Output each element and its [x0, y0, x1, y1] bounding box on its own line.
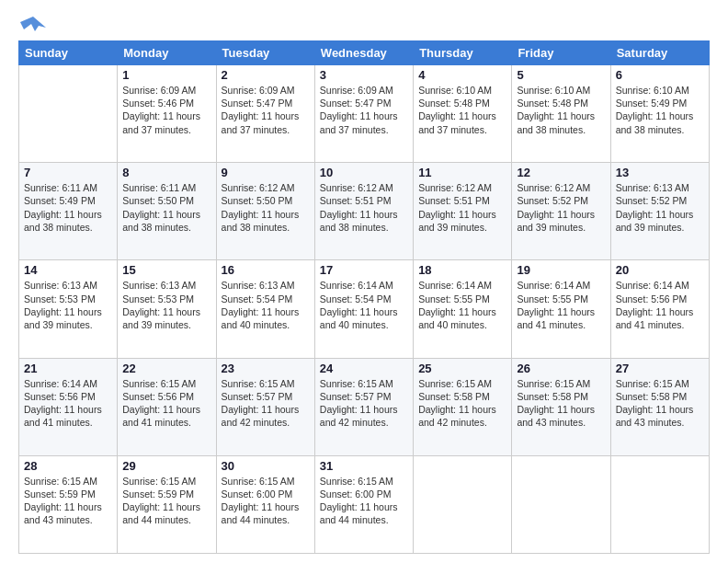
day-number: 25 — [418, 362, 506, 375]
day-number: 12 — [517, 166, 605, 179]
calendar-cell: 17Sunrise: 6:14 AM Sunset: 5:54 PM Dayli… — [314, 260, 413, 358]
calendar-cell: 20Sunrise: 6:14 AM Sunset: 5:56 PM Dayli… — [610, 260, 709, 358]
day-info: Sunrise: 6:15 AM Sunset: 5:58 PM Dayligh… — [418, 377, 506, 430]
calendar-week-1: 1Sunrise: 6:09 AM Sunset: 5:46 PM Daylig… — [19, 65, 710, 163]
calendar-cell: 29Sunrise: 6:15 AM Sunset: 5:59 PM Dayli… — [118, 455, 216, 553]
col-header-thursday: Thursday — [414, 41, 512, 65]
day-info: Sunrise: 6:13 AM Sunset: 5:54 PM Dayligh… — [222, 279, 310, 331]
day-number: 14 — [24, 263, 112, 277]
calendar-cell: 15Sunrise: 6:13 AM Sunset: 5:53 PM Dayli… — [118, 260, 216, 358]
col-header-monday: Monday — [118, 41, 216, 65]
day-info: Sunrise: 6:15 AM Sunset: 5:56 PM Dayligh… — [122, 377, 210, 430]
page: SundayMondayTuesdayWednesdayThursdayFrid… — [0, 0, 728, 563]
calendar-cell: 27Sunrise: 6:15 AM Sunset: 5:58 PM Dayli… — [610, 358, 709, 455]
day-number: 5 — [517, 68, 605, 82]
day-number: 20 — [616, 263, 704, 277]
day-info: Sunrise: 6:10 AM Sunset: 5:49 PM Dayligh… — [616, 84, 704, 136]
col-header-sunday: Sunday — [19, 41, 118, 65]
day-number: 11 — [418, 166, 506, 179]
col-header-tuesday: Tuesday — [216, 41, 314, 65]
calendar-cell: 1Sunrise: 6:09 AM Sunset: 5:46 PM Daylig… — [118, 65, 216, 163]
calendar-cell: 28Sunrise: 6:15 AM Sunset: 5:59 PM Dayli… — [19, 455, 118, 553]
calendar-cell: 12Sunrise: 6:12 AM Sunset: 5:52 PM Dayli… — [512, 163, 610, 260]
calendar-cell: 30Sunrise: 6:15 AM Sunset: 6:00 PM Dayli… — [216, 455, 314, 553]
day-info: Sunrise: 6:12 AM Sunset: 5:51 PM Dayligh… — [320, 181, 408, 234]
day-number: 2 — [222, 68, 310, 82]
calendar-cell: 11Sunrise: 6:12 AM Sunset: 5:51 PM Dayli… — [414, 163, 512, 260]
day-info: Sunrise: 6:15 AM Sunset: 6:00 PM Dayligh… — [222, 475, 310, 527]
calendar-week-4: 21Sunrise: 6:14 AM Sunset: 5:56 PM Dayli… — [19, 358, 710, 455]
day-number: 29 — [122, 459, 210, 473]
calendar-week-3: 14Sunrise: 6:13 AM Sunset: 5:53 PM Dayli… — [19, 260, 710, 358]
day-info: Sunrise: 6:10 AM Sunset: 5:48 PM Dayligh… — [517, 84, 605, 136]
day-number: 9 — [222, 166, 310, 179]
calendar-cell: 23Sunrise: 6:15 AM Sunset: 5:57 PM Dayli… — [216, 358, 314, 455]
day-info: Sunrise: 6:11 AM Sunset: 5:50 PM Dayligh… — [122, 181, 210, 234]
logo — [18, 15, 46, 31]
day-number: 13 — [616, 166, 704, 179]
day-info: Sunrise: 6:14 AM Sunset: 5:56 PM Dayligh… — [616, 279, 704, 331]
day-info: Sunrise: 6:15 AM Sunset: 5:59 PM Dayligh… — [122, 475, 210, 527]
col-header-saturday: Saturday — [610, 41, 709, 65]
day-number: 4 — [418, 68, 506, 82]
day-number: 7 — [24, 166, 112, 179]
day-number: 1 — [122, 68, 210, 82]
day-info: Sunrise: 6:09 AM Sunset: 5:47 PM Dayligh… — [320, 84, 408, 136]
day-number: 27 — [616, 362, 704, 375]
col-header-friday: Friday — [512, 41, 610, 65]
calendar-cell: 5Sunrise: 6:10 AM Sunset: 5:48 PM Daylig… — [512, 65, 610, 163]
day-info: Sunrise: 6:13 AM Sunset: 5:53 PM Dayligh… — [122, 279, 210, 331]
day-info: Sunrise: 6:15 AM Sunset: 6:00 PM Dayligh… — [320, 475, 408, 527]
calendar-cell — [610, 455, 709, 553]
calendar-week-5: 28Sunrise: 6:15 AM Sunset: 5:59 PM Dayli… — [19, 455, 710, 553]
day-info: Sunrise: 6:10 AM Sunset: 5:48 PM Dayligh… — [418, 84, 506, 136]
day-number: 6 — [616, 68, 704, 82]
day-number: 18 — [418, 263, 506, 277]
day-info: Sunrise: 6:09 AM Sunset: 5:47 PM Dayligh… — [222, 84, 310, 136]
calendar-cell: 7Sunrise: 6:11 AM Sunset: 5:49 PM Daylig… — [19, 163, 118, 260]
calendar-cell — [512, 455, 610, 553]
calendar-cell: 14Sunrise: 6:13 AM Sunset: 5:53 PM Dayli… — [19, 260, 118, 358]
logo-bird-icon — [20, 15, 46, 35]
svg-marker-0 — [20, 17, 46, 31]
day-info: Sunrise: 6:13 AM Sunset: 5:53 PM Dayligh… — [24, 279, 112, 331]
calendar-table: SundayMondayTuesdayWednesdayThursdayFrid… — [18, 40, 710, 554]
day-number: 31 — [320, 459, 408, 473]
calendar-cell: 8Sunrise: 6:11 AM Sunset: 5:50 PM Daylig… — [118, 163, 216, 260]
day-info: Sunrise: 6:15 AM Sunset: 5:57 PM Dayligh… — [222, 377, 310, 430]
day-number: 19 — [517, 263, 605, 277]
day-number: 26 — [517, 362, 605, 375]
day-info: Sunrise: 6:15 AM Sunset: 5:57 PM Dayligh… — [320, 377, 408, 430]
calendar-cell: 3Sunrise: 6:09 AM Sunset: 5:47 PM Daylig… — [314, 65, 413, 163]
day-info: Sunrise: 6:14 AM Sunset: 5:56 PM Dayligh… — [24, 377, 112, 430]
day-info: Sunrise: 6:12 AM Sunset: 5:51 PM Dayligh… — [418, 181, 506, 234]
day-number: 23 — [222, 362, 310, 375]
day-number: 3 — [320, 68, 408, 82]
day-number: 10 — [320, 166, 408, 179]
calendar-cell — [414, 455, 512, 553]
calendar-cell: 18Sunrise: 6:14 AM Sunset: 5:55 PM Dayli… — [414, 260, 512, 358]
calendar-cell: 31Sunrise: 6:15 AM Sunset: 6:00 PM Dayli… — [314, 455, 413, 553]
calendar-cell: 2Sunrise: 6:09 AM Sunset: 5:47 PM Daylig… — [216, 65, 314, 163]
day-info: Sunrise: 6:15 AM Sunset: 5:58 PM Dayligh… — [517, 377, 605, 430]
day-info: Sunrise: 6:15 AM Sunset: 5:58 PM Dayligh… — [616, 377, 704, 430]
header — [18, 15, 710, 31]
day-number: 17 — [320, 263, 408, 277]
day-number: 15 — [122, 263, 210, 277]
day-number: 21 — [24, 362, 112, 375]
calendar-cell: 19Sunrise: 6:14 AM Sunset: 5:55 PM Dayli… — [512, 260, 610, 358]
col-header-wednesday: Wednesday — [314, 41, 413, 65]
day-info: Sunrise: 6:13 AM Sunset: 5:52 PM Dayligh… — [616, 181, 704, 234]
day-info: Sunrise: 6:12 AM Sunset: 5:52 PM Dayligh… — [517, 181, 605, 234]
day-info: Sunrise: 6:09 AM Sunset: 5:46 PM Dayligh… — [122, 84, 210, 136]
calendar-cell: 9Sunrise: 6:12 AM Sunset: 5:50 PM Daylig… — [216, 163, 314, 260]
calendar-cell: 6Sunrise: 6:10 AM Sunset: 5:49 PM Daylig… — [610, 65, 709, 163]
day-info: Sunrise: 6:15 AM Sunset: 5:59 PM Dayligh… — [24, 475, 112, 527]
day-info: Sunrise: 6:14 AM Sunset: 5:54 PM Dayligh… — [320, 279, 408, 331]
day-number: 28 — [24, 459, 112, 473]
calendar-week-2: 7Sunrise: 6:11 AM Sunset: 5:49 PM Daylig… — [19, 163, 710, 260]
day-info: Sunrise: 6:14 AM Sunset: 5:55 PM Dayligh… — [517, 279, 605, 331]
calendar-cell: 26Sunrise: 6:15 AM Sunset: 5:58 PM Dayli… — [512, 358, 610, 455]
day-number: 24 — [320, 362, 408, 375]
day-info: Sunrise: 6:12 AM Sunset: 5:50 PM Dayligh… — [222, 181, 310, 234]
